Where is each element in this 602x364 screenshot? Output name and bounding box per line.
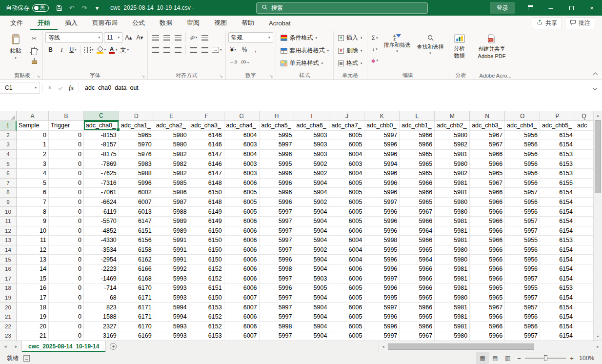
cell-N9[interactable]: 5966 bbox=[470, 198, 505, 207]
row-header-6[interactable]: 6 bbox=[0, 169, 17, 179]
cell-M15[interactable]: 5980 bbox=[435, 255, 470, 264]
cell-A1[interactable]: Sample bbox=[17, 121, 49, 131]
cell-N7[interactable]: 5967 bbox=[470, 179, 505, 188]
cell-D17[interactable]: 6168 bbox=[119, 274, 154, 284]
cell-I9[interactable]: 5902 bbox=[294, 198, 329, 207]
column-header-F[interactable]: F bbox=[189, 111, 224, 121]
cell-G18[interactable]: 6006 bbox=[224, 283, 260, 293]
cell-A7[interactable]: 5 bbox=[17, 179, 49, 188]
cell-G3[interactable]: 6003 bbox=[224, 140, 260, 150]
cell-D9[interactable]: 6007 bbox=[119, 198, 154, 207]
cell-E3[interactable]: 5980 bbox=[154, 140, 189, 150]
cell-K9[interactable]: 5997 bbox=[364, 198, 400, 207]
row-header-13[interactable]: 13 bbox=[0, 236, 17, 245]
row-header-18[interactable]: 18 bbox=[0, 283, 17, 293]
cell-D2[interactable]: 5965 bbox=[119, 131, 154, 141]
cell-B6[interactable]: 0 bbox=[49, 169, 84, 179]
cell-M22[interactable]: 5981 bbox=[435, 322, 470, 331]
fill-button[interactable]: ↓▾ bbox=[370, 44, 380, 55]
column-header-I[interactable]: I bbox=[294, 111, 329, 121]
cell-J2[interactable]: 6005 bbox=[329, 131, 364, 141]
cell-M17[interactable]: 5981 bbox=[435, 274, 470, 284]
cell-O20[interactable]: 5957 bbox=[505, 303, 540, 312]
cell-H19[interactable]: 5997 bbox=[260, 293, 295, 303]
row-header-23[interactable]: 23 bbox=[0, 331, 17, 341]
cell-J17[interactable]: 6006 bbox=[329, 274, 364, 284]
ribbon-tab-插入[interactable]: 插入 bbox=[58, 16, 85, 30]
cell-C20[interactable]: 823 bbox=[84, 303, 119, 312]
cell-F13[interactable]: 6150 bbox=[189, 236, 224, 245]
cell-Q22[interactable] bbox=[575, 322, 593, 331]
cell-C12[interactable]: -4852 bbox=[84, 226, 119, 236]
column-header-G[interactable]: G bbox=[224, 111, 260, 121]
cell-L1[interactable]: adc_chb1_ bbox=[400, 121, 435, 131]
cell-B11[interactable]: 0 bbox=[49, 217, 84, 226]
align-center-icon[interactable] bbox=[161, 44, 172, 55]
cell-J8[interactable]: 6005 bbox=[329, 188, 364, 198]
cell-F8[interactable]: 6150 bbox=[189, 188, 224, 198]
cell-C3[interactable]: -8157 bbox=[84, 140, 119, 150]
cell-I23[interactable]: 5904 bbox=[294, 331, 329, 341]
cell-N12[interactable]: 5966 bbox=[470, 226, 505, 236]
cell-A20[interactable]: 18 bbox=[17, 303, 49, 312]
cell-N13[interactable]: 5966 bbox=[470, 236, 505, 245]
cell-B15[interactable]: 0 bbox=[49, 255, 84, 264]
cell-E5[interactable]: 5982 bbox=[154, 159, 189, 169]
page-break-view-icon[interactable]: ▥ bbox=[502, 352, 514, 364]
cell-O2[interactable]: 5956 bbox=[505, 131, 540, 141]
cell-E11[interactable]: 5989 bbox=[154, 217, 189, 226]
cell-I19[interactable]: 5904 bbox=[294, 293, 329, 303]
cell-G19[interactable]: 6007 bbox=[224, 293, 260, 303]
cell-E9[interactable]: 5987 bbox=[154, 198, 189, 207]
cell-P12[interactable]: 6154 bbox=[540, 226, 575, 236]
bold-button[interactable]: B bbox=[45, 44, 56, 55]
cell-B5[interactable]: 0 bbox=[49, 159, 84, 169]
cell-L5[interactable]: 5965 bbox=[400, 159, 435, 169]
cell-A18[interactable]: 16 bbox=[17, 283, 49, 293]
cell-H1[interactable]: adc_cha5_ bbox=[260, 121, 295, 131]
cell-I4[interactable]: 5903 bbox=[294, 150, 329, 160]
cell-A23[interactable]: 21 bbox=[17, 331, 49, 341]
row-header-20[interactable]: 20 bbox=[0, 303, 17, 312]
cell-B22[interactable]: 0 bbox=[49, 322, 84, 331]
column-header-O[interactable]: O bbox=[505, 111, 540, 121]
cell-H12[interactable]: 5997 bbox=[260, 226, 295, 236]
row-header-8[interactable]: 8 bbox=[0, 188, 17, 198]
cell-N21[interactable]: 5966 bbox=[470, 312, 505, 322]
cell-B16[interactable]: 0 bbox=[49, 264, 84, 274]
ribbon-tab-Acrobat[interactable]: Acrobat bbox=[261, 16, 298, 30]
row-header-9[interactable]: 9 bbox=[0, 198, 17, 207]
cell-N11[interactable]: 5966 bbox=[470, 217, 505, 226]
number-format-select[interactable]: 常规▾ bbox=[228, 32, 273, 43]
cell-N3[interactable]: 5967 bbox=[470, 140, 505, 150]
column-header-K[interactable]: K bbox=[364, 111, 400, 121]
cell-I21[interactable]: 5904 bbox=[294, 312, 329, 322]
cell-O21[interactable]: 5956 bbox=[505, 312, 540, 322]
cell-A13[interactable]: 11 bbox=[17, 236, 49, 245]
cell-K15[interactable]: 5996 bbox=[364, 255, 400, 264]
cell-F5[interactable]: 6146 bbox=[189, 159, 224, 169]
cell-N14[interactable]: 5966 bbox=[470, 245, 505, 255]
cell-K12[interactable]: 5996 bbox=[364, 226, 400, 236]
ribbon-tab-审阅[interactable]: 审阅 bbox=[180, 16, 207, 30]
cell-I20[interactable]: 5904 bbox=[294, 303, 329, 312]
cell-I7[interactable]: 5904 bbox=[294, 179, 329, 188]
cell-Q9[interactable] bbox=[575, 198, 593, 207]
cell-J3[interactable]: 6005 bbox=[329, 140, 364, 150]
name-box-dropdown-icon[interactable]: ▾ bbox=[35, 86, 37, 90]
cell-Q23[interactable] bbox=[575, 331, 593, 341]
row-header-7[interactable]: 7 bbox=[0, 179, 17, 188]
cell-B4[interactable]: 0 bbox=[49, 150, 84, 160]
conditional-formatting-button[interactable]: 条件格式▾ bbox=[279, 32, 331, 43]
cell-P13[interactable]: 6153 bbox=[540, 236, 575, 245]
zoom-slider-thumb[interactable] bbox=[544, 355, 547, 361]
cell-C17[interactable]: -1469 bbox=[84, 274, 119, 284]
cell-D14[interactable]: 6158 bbox=[119, 245, 154, 255]
wrap-text-icon[interactable] bbox=[200, 32, 210, 43]
format-painter-icon[interactable] bbox=[28, 56, 40, 66]
cell-H2[interactable]: 5995 bbox=[260, 131, 295, 141]
cell-M16[interactable]: 5981 bbox=[435, 264, 470, 274]
horizontal-scrollbar[interactable]: ◄ ► bbox=[379, 341, 602, 352]
cell-E16[interactable]: 5992 bbox=[154, 264, 189, 274]
cell-E22[interactable]: 5993 bbox=[154, 322, 189, 331]
